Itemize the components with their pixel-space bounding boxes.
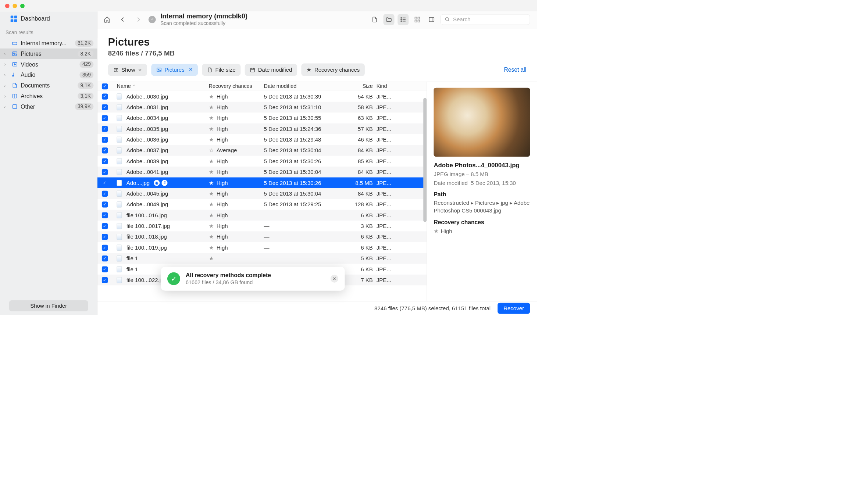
column-date[interactable]: Date modified (264, 83, 342, 89)
row-checkbox[interactable]: ✓ (102, 244, 108, 250)
chevron-right-icon: › (4, 51, 9, 56)
table-row[interactable]: ✓Adobe...0030.jpg★High5 Dec 2013 at 15:3… (97, 91, 427, 102)
row-checkbox[interactable]: ✓ (102, 201, 108, 207)
table-row[interactable]: ✓Adobe...0049.jpg★High5 Dec 2013 at 15:2… (97, 199, 427, 210)
row-checkbox[interactable]: ✓ (102, 277, 108, 283)
category-icon (11, 93, 18, 99)
toast-close-button[interactable]: ✕ (331, 275, 338, 283)
star-icon: ★ (209, 212, 214, 219)
table-row[interactable]: ✓Adobe...0035.jpg★High5 Dec 2013 at 15:2… (97, 124, 427, 134)
category-icon (11, 104, 18, 110)
pictures-filter-chip[interactable]: Pictures ✕ (151, 64, 198, 76)
detail-recovery-label: Recovery chances (434, 219, 530, 226)
star-icon: ★ (209, 136, 214, 143)
minimize-window-button[interactable] (13, 4, 17, 8)
table-row[interactable]: ✓file 100...0017.jpg★High—3 KBJPE... (97, 221, 427, 231)
filesize-filter[interactable]: File size (202, 64, 240, 76)
star-icon: ★ (209, 201, 214, 208)
row-checkbox[interactable]: ✓ (102, 234, 108, 240)
file-thumb-icon (117, 277, 122, 283)
row-checkbox[interactable]: ✓ (102, 255, 108, 261)
table-row[interactable]: ✓file 100...019.jpg★High—6 KBJPE... (97, 242, 427, 253)
table-row[interactable]: ✓file 100...016.jpg★High—6 KBJPE... (97, 210, 427, 221)
file-thumb-icon (117, 212, 122, 218)
row-checkbox[interactable]: ✓ (102, 137, 108, 143)
row-checkbox[interactable]: ✓ (102, 115, 108, 121)
detail-filename: Adobe Photos...4_000043.jpg (434, 162, 530, 169)
column-name[interactable]: Name ⌃ (112, 83, 209, 89)
column-kind[interactable]: Kind (377, 83, 400, 89)
panel-toggle-button[interactable] (426, 14, 437, 25)
table-row[interactable]: ✓Adobe...0031.jpg★High5 Dec 2013 at 15:3… (97, 102, 427, 112)
show-in-finder-button[interactable]: Show in Finder (9, 300, 88, 311)
table-row[interactable]: ✓Adobe...0041.jpg★High5 Dec 2013 at 15:3… (97, 167, 427, 177)
reset-all-button[interactable]: Reset all (504, 67, 526, 73)
grid-view-button[interactable] (412, 14, 423, 25)
file-thumb-icon (117, 255, 122, 261)
select-all-checkbox[interactable]: ✓ (102, 83, 108, 89)
row-checkbox[interactable]: ✓ (102, 93, 108, 99)
row-checkbox[interactable]: ✓ (102, 147, 108, 153)
show-filter[interactable]: Show (108, 64, 147, 76)
file-view-button[interactable] (369, 14, 380, 25)
search-input[interactable]: Search (441, 14, 530, 25)
back-button[interactable] (117, 14, 128, 25)
sliders-icon (113, 67, 119, 72)
table-row[interactable]: ✓Adobe...0045.jpg★High5 Dec 2013 at 15:3… (97, 188, 427, 199)
row-checkbox[interactable]: ✓ (102, 180, 108, 186)
star-icon: ★ (209, 115, 214, 121)
sidebar-item-archives[interactable]: ›Archives3,1K (0, 91, 97, 101)
recovery-filter[interactable]: ★ Recovery chances (301, 64, 365, 76)
file-thumb-icon (117, 190, 122, 196)
folder-view-button[interactable] (384, 14, 395, 25)
svg-point-7 (401, 17, 402, 18)
close-window-button[interactable] (5, 4, 10, 8)
list-view-button[interactable] (398, 14, 409, 25)
recover-button[interactable]: Recover (498, 303, 530, 314)
table-row[interactable]: ✓Adobe...0039.jpg★High5 Dec 2013 at 15:3… (97, 156, 427, 167)
sidebar-item-videos[interactable]: ›Videos429 (0, 59, 97, 70)
row-checkbox[interactable]: ✓ (102, 212, 108, 218)
home-button[interactable] (101, 14, 113, 25)
scrollbar-thumb[interactable] (423, 98, 427, 222)
date-filter[interactable]: Date modified (245, 64, 297, 76)
svg-point-24 (116, 69, 117, 70)
forward-button[interactable] (133, 14, 144, 25)
row-checkbox[interactable]: ✓ (102, 169, 108, 175)
row-checkbox[interactable]: ✓ (102, 223, 108, 229)
maximize-window-button[interactable] (20, 4, 25, 8)
star-icon: ★ (209, 244, 214, 251)
row-checkbox[interactable]: ✓ (102, 266, 108, 272)
row-checkbox[interactable]: ✓ (102, 158, 108, 164)
dashboard-nav[interactable]: Dashboard (0, 11, 97, 28)
row-checkbox[interactable]: ✓ (102, 126, 108, 132)
star-icon: ☆ (209, 147, 214, 154)
column-size[interactable]: Size (342, 83, 377, 89)
file-icon (207, 67, 213, 72)
sidebar-item-audio[interactable]: ›Audio359 (0, 69, 97, 80)
table-row[interactable]: ✓file 1★5 KBJPE... (97, 253, 427, 264)
clear-filter-icon[interactable]: ✕ (189, 67, 193, 73)
file-thumb-icon (117, 169, 122, 175)
sidebar-item-internal-memory[interactable]: Internal memory... 61,2K (0, 38, 97, 49)
file-thumb-icon (117, 201, 122, 207)
sidebar-item-documents[interactable]: ›Documents9,1K (0, 80, 97, 91)
sidebar-item-other[interactable]: ›Other39,9K (0, 101, 97, 112)
table-row[interactable]: ✓file 100...018.jpg★High—6 KBJPE... (97, 231, 427, 242)
table-row[interactable]: ✓Adobe...0034.jpg★High5 Dec 2013 at 15:3… (97, 112, 427, 123)
sidebar-item-pictures[interactable]: ›Pictures8,2K (0, 49, 97, 59)
table-row[interactable]: ✓Ado....jpg◉#★High5 Dec 2013 at 15:30:26… (97, 178, 427, 188)
column-recovery[interactable]: Recovery chances (209, 83, 264, 89)
drive-icon (11, 40, 18, 46)
preview-icon[interactable]: ◉ (154, 180, 160, 186)
file-thumb-icon (117, 137, 122, 143)
row-checkbox[interactable]: ✓ (102, 104, 108, 110)
table-row[interactable]: ✓Adobe...0037.jpg☆Average5 Dec 2013 at 1… (97, 145, 427, 156)
sort-asc-icon: ⌃ (133, 84, 136, 89)
detail-recovery-value: High (441, 228, 452, 235)
table-row[interactable]: ✓Adobe...0036.jpg★High5 Dec 2013 at 15:2… (97, 134, 427, 145)
row-checkbox[interactable]: ✓ (102, 190, 108, 196)
hex-icon[interactable]: # (162, 180, 168, 186)
chevron-right-icon: › (4, 93, 9, 99)
file-thumb-icon (117, 104, 122, 110)
